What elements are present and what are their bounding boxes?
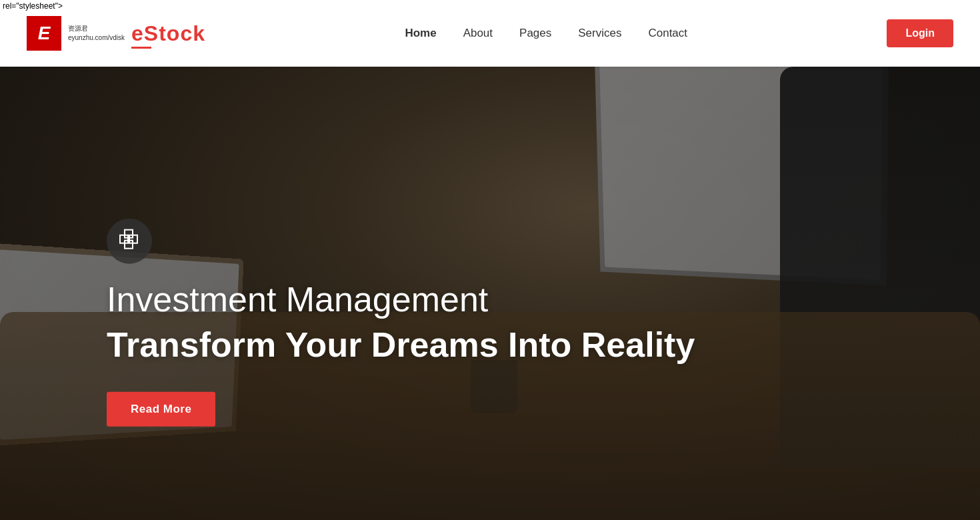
navbar-right: Login	[887, 19, 953, 47]
nav-item-pages[interactable]: Pages	[519, 27, 551, 40]
login-button[interactable]: Login	[887, 19, 953, 47]
watermark-line1: 资源君	[68, 24, 125, 33]
brand-name: eStock	[131, 21, 205, 46]
watermark-line2: eyunzhu.com/vdisk	[68, 33, 125, 43]
hero-title-line1: Investment Management	[107, 280, 695, 320]
hero-icon	[107, 219, 152, 264]
stacked-boxes-icon	[117, 229, 141, 253]
box-bottom	[124, 240, 133, 249]
brand-logo-link[interactable]: E 资源君 eyunzhu.com/vdisk eStock	[27, 16, 205, 51]
nav-item-home[interactable]: Home	[405, 27, 436, 40]
navbar: E 资源君 eyunzhu.com/vdisk eStock Home Abou…	[0, 0, 980, 67]
nav-item-about[interactable]: About	[463, 27, 493, 40]
brand-letter: E	[38, 23, 51, 44]
nav-menu: Home About Pages Services Contact	[405, 27, 687, 40]
nav-link-services[interactable]: Services	[578, 27, 621, 39]
brand-watermark: 资源君 eyunzhu.com/vdisk	[68, 24, 125, 43]
brand-logo-box: E	[27, 16, 61, 51]
debug-text: rel="stylesheet">	[0, 0, 65, 12]
nav-item-services[interactable]: Services	[578, 27, 621, 40]
nav-link-home[interactable]: Home	[405, 27, 436, 39]
nav-link-about[interactable]: About	[463, 27, 493, 39]
read-more-button[interactable]: Read More	[107, 391, 215, 426]
nav-link-contact[interactable]: Contact	[648, 27, 687, 39]
hero-content: Investment Management Transform Your Dre…	[107, 219, 695, 427]
nav-link-pages[interactable]: Pages	[519, 27, 551, 39]
nav-item-contact[interactable]: Contact	[648, 27, 687, 40]
hero-title-line2: Transform Your Dreams Into Reality	[107, 325, 695, 365]
